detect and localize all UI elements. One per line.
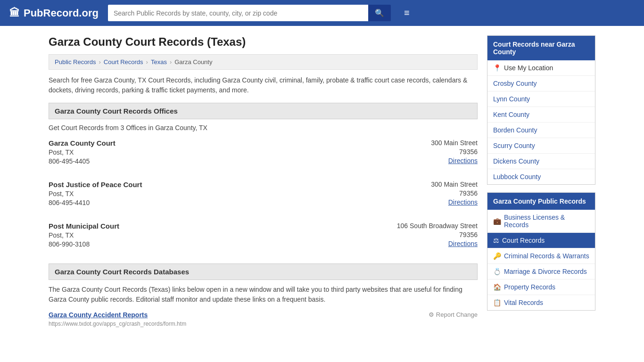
office-city-2: Post, TX [49,190,393,197]
borden-county-link[interactable]: Borden County [493,126,537,134]
office-left-2: Post Justice of Peace Court Post, TX 806… [49,181,393,208]
office-phone-3: 806-990-3108 [49,240,393,248]
databases-section-header: Garza County Court Records Databases [49,263,478,280]
vital-link[interactable]: Vital Records [504,299,543,306]
sidebar-item-criminal[interactable]: 🔑 Criminal Records & Warrants [487,248,595,264]
public-records-section-header: Garza County Public Records [487,193,595,210]
office-zip-1: 79356 [393,148,478,156]
dickens-county-link[interactable]: Dickens County [493,157,539,165]
office-city-3: Post, TX [49,231,393,239]
sidebar-item-dickens[interactable]: Dickens County [487,154,595,169]
breadcrumb-court-records[interactable]: Court Records [104,58,143,66]
page-title: Garza County Court Records (Texas) [49,35,478,49]
breadcrumb-garza: Garza County [174,58,212,66]
sidebar-item-court[interactable]: ⚖ Court Records [487,233,595,248]
report-change[interactable]: ⚙ Report Change [429,311,478,318]
db-link-title[interactable]: Garza County Accident Reports [49,311,148,319]
report-change-label: Report Change [436,311,478,318]
sidebar-item-lynn[interactable]: Lynn County [487,91,595,107]
page-description: Search for free Garza County, TX Court R… [49,75,478,95]
breadcrumb-texas[interactable]: Texas [151,58,167,66]
nearby-list: 📍 Use My Location Crosby County Lynn Cou… [487,60,595,184]
breadcrumb-public-records[interactable]: Public Records [55,58,96,66]
location-icon: 📍 [493,64,501,72]
criminal-icon: 🔑 [493,252,501,260]
lynn-county-link[interactable]: Lynn County [493,95,530,103]
use-my-location-item[interactable]: 📍 Use My Location [487,60,595,76]
business-link[interactable]: Business Licenses & Records [504,214,589,229]
office-zip-2: 79356 [393,189,478,197]
business-icon: 💼 [493,217,501,225]
office-phone-1: 806-495-4405 [49,157,393,165]
office-name-3: Post Municipal Court [49,222,393,230]
breadcrumb-sep-3: › [170,58,172,66]
use-my-location-label: Use My Location [504,64,553,72]
sidebar-item-kent[interactable]: Kent County [487,107,595,123]
db-link-url: https://www.txdot.gov/apps_cg/crash_reco… [49,321,478,327]
sidebar-item-business[interactable]: 💼 Business Licenses & Records [487,210,595,233]
kent-county-link[interactable]: Kent County [493,111,529,118]
office-street-1: 300 Main Street [393,139,478,147]
property-icon: 🏠 [493,283,501,291]
sidebar-item-scurry[interactable]: Scurry County [487,138,595,154]
office-right-1: 300 Main Street 79356 Directions [393,139,478,166]
public-records-list: 💼 Business Licenses & Records ⚖ Court Re… [487,210,595,310]
office-count: Get Court Records from 3 Offices in Garz… [49,124,478,132]
page-container: Garza County Court Records (Texas) Publi… [39,26,605,337]
logo[interactable]: 🏛 PubRecord.org [9,7,99,19]
office-right-2: 300 Main Street 79356 Directions [393,181,478,208]
office-entry-2: Post Justice of Peace Court Post, TX 806… [49,181,478,213]
sidebar-item-crosby[interactable]: Crosby County [487,76,595,91]
search-input[interactable] [108,5,368,21]
offices-section-header: Garza County Court Records Offices [49,103,478,119]
office-left-1: Garza County Court Post, TX 806-495-4405 [49,139,393,166]
office-entry-1: Garza County Court Post, TX 806-495-4405… [49,139,478,171]
marriage-icon: 💍 [493,268,501,275]
sidebar-item-marriage[interactable]: 💍 Marriage & Divorce Records [487,264,595,280]
logo-icon: 🏛 [9,7,20,19]
office-name-1: Garza County Court [49,139,393,147]
lubbock-county-link[interactable]: Lubbock County [493,173,541,181]
office-phone-2: 806-495-4410 [49,199,393,206]
breadcrumb-sep-1: › [99,58,100,66]
court-icon: ⚖ [493,237,499,244]
sidebar-item-borden[interactable]: Borden County [487,123,595,138]
breadcrumb: Public Records › Court Records › Texas ›… [49,54,478,70]
logo-text: PubRecord.org [24,7,99,19]
main-content: Garza County Court Records (Texas) Publi… [49,35,478,327]
office-name-2: Post Justice of Peace Court [49,181,393,189]
site-header: 🏛 PubRecord.org 🔍 ≡ [0,0,644,26]
sidebar-item-lubbock[interactable]: Lubbock County [487,169,595,184]
scurry-county-link[interactable]: Scurry County [493,142,535,149]
menu-button[interactable]: ≡ [404,8,410,18]
office-zip-3: 79356 [393,231,478,239]
sidebar: Court Records near Garza County 📍 Use My… [487,35,595,327]
report-change-icon: ⚙ [429,311,434,318]
property-link[interactable]: Property Records [504,283,555,291]
sidebar-item-vital[interactable]: 📋 Vital Records [487,295,595,310]
court-link[interactable]: Court Records [502,237,545,244]
breadcrumb-sep-2: › [146,58,148,66]
nearby-section: Court Records near Garza County 📍 Use My… [487,35,595,185]
db-link-row: Garza County Accident Reports ⚙ Report C… [49,311,478,319]
criminal-link[interactable]: Criminal Records & Warrants [504,252,589,260]
nearby-section-header: Court Records near Garza County [487,36,595,60]
directions-link-2[interactable]: Directions [448,198,478,206]
directions-link-3[interactable]: Directions [448,240,478,247]
office-city-1: Post, TX [49,148,393,156]
databases-description: The Garza County Court Records (Texas) l… [49,285,478,304]
search-button[interactable]: 🔍 [368,5,391,21]
office-right-3: 106 South Broadway Street 79356 Directio… [393,222,478,249]
public-records-section: Garza County Public Records 💼 Business L… [487,192,595,311]
directions-link-1[interactable]: Directions [448,157,478,165]
office-street-3: 106 South Broadway Street [393,222,478,230]
office-left-3: Post Municipal Court Post, TX 806-990-31… [49,222,393,249]
marriage-link[interactable]: Marriage & Divorce Records [504,268,587,275]
office-entry-3: Post Municipal Court Post, TX 806-990-31… [49,222,478,254]
crosby-county-link[interactable]: Crosby County [493,80,537,87]
search-bar: 🔍 [108,5,391,21]
office-street-2: 300 Main Street [393,181,478,188]
vital-icon: 📋 [493,299,501,306]
sidebar-item-property[interactable]: 🏠 Property Records [487,280,595,295]
